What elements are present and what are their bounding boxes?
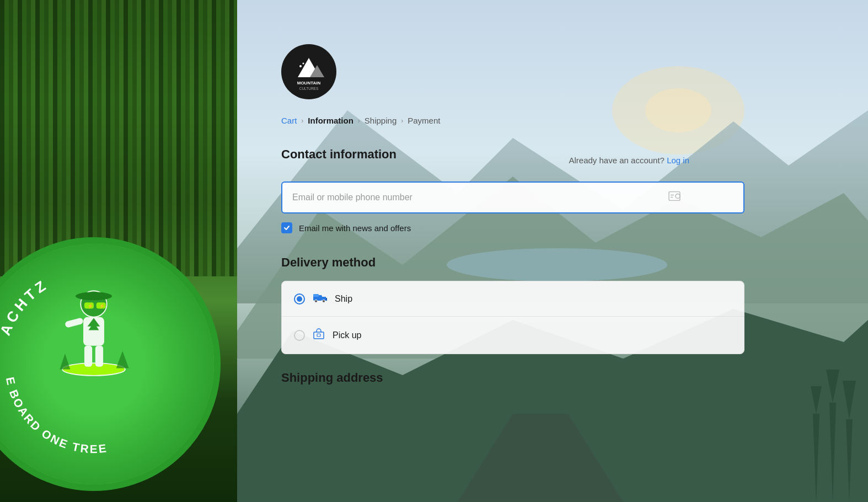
sticker-inner: ACHTZ E BOARD ONE TREE [0, 244, 214, 484]
svg-marker-16 [116, 351, 129, 368]
svg-rect-48 [317, 334, 320, 337]
breadcrumb: Cart › Information › Shipping › Payment [281, 116, 689, 125]
chevron-icon-2: › [358, 117, 360, 125]
sticker-container: ACHTZ E BOARD ONE TREE [0, 237, 232, 502]
delivery-option-ship[interactable]: Ship [282, 281, 744, 317]
svg-rect-47 [314, 332, 324, 339]
svg-point-33 [299, 65, 302, 67]
svg-text:⚡: ⚡ [87, 303, 94, 309]
svg-text:ACHTZ: ACHTZ [0, 276, 51, 338]
already-account-text: Already have an account? Log in [569, 156, 690, 165]
email-input-wrapper [281, 181, 689, 213]
svg-point-44 [315, 300, 318, 303]
svg-rect-46 [313, 294, 319, 297]
delivery-heading: Delivery method [281, 255, 689, 270]
breadcrumb-payment: Payment [408, 116, 440, 125]
newsletter-row: Email me with news and offers [281, 222, 689, 233]
delivery-ship-label: Ship [335, 294, 352, 304]
svg-text:CULTURES: CULTURES [299, 87, 319, 90]
svg-text:E BOARD ONE TREE: E BOARD ONE TREE [4, 376, 109, 455]
logo-container[interactable]: MOUNTAIN CULTURES [281, 44, 336, 99]
ship-icon [313, 292, 327, 305]
contact-header-row: Contact information Already have an acco… [281, 147, 689, 173]
right-panel: MOUNTAIN CULTURES Cart › Information › S… [237, 0, 868, 502]
breadcrumb-information: Information [308, 116, 353, 125]
already-account-label: Already have an account? [569, 156, 665, 165]
svg-text:MOUNTAIN: MOUNTAIN [297, 81, 321, 86]
breadcrumb-shipping: Shipping [365, 116, 397, 125]
check-icon [283, 225, 290, 231]
radio-ship[interactable] [294, 293, 305, 305]
svg-point-10 [62, 363, 125, 376]
shipping-address-heading: Shipping address [281, 371, 689, 385]
chevron-icon-1: › [301, 117, 303, 125]
svg-marker-15 [60, 354, 70, 369]
delivery-pickup-label: Pick up [333, 330, 361, 340]
svg-rect-12 [95, 346, 103, 367]
checkout-content: MOUNTAIN CULTURES Cart › Information › S… [237, 0, 733, 407]
left-panel: ACHTZ E BOARD ONE TREE [0, 0, 237, 502]
svg-rect-9 [65, 317, 84, 328]
delivery-options-list: Ship Pick up [281, 281, 744, 354]
forest-overlay [0, 0, 237, 276]
svg-point-34 [303, 63, 304, 65]
svg-point-45 [323, 300, 325, 303]
delivery-option-pickup[interactable]: Pick up [282, 317, 744, 354]
contact-heading: Contact information [281, 147, 397, 162]
newsletter-label[interactable]: Email me with news and offers [299, 223, 411, 233]
contact-card-icon [668, 191, 681, 204]
svg-rect-11 [84, 346, 92, 367]
sticker-text-svg: ACHTZ E BOARD ONE TREE [0, 244, 214, 484]
breadcrumb-cart[interactable]: Cart [281, 116, 297, 125]
logo-svg: MOUNTAIN CULTURES [287, 50, 331, 94]
logo-circle: MOUNTAIN CULTURES [281, 44, 336, 99]
svg-text:⚡: ⚡ [99, 303, 105, 309]
svg-marker-43 [326, 298, 327, 301]
chevron-icon-3: › [401, 117, 403, 125]
radio-pickup[interactable] [294, 330, 305, 341]
log-in-link[interactable]: Log in [667, 156, 689, 165]
pickup-icon [313, 328, 325, 343]
newsletter-checkbox[interactable] [281, 222, 292, 233]
svg-point-40 [676, 194, 680, 199]
svg-point-3 [76, 292, 112, 300]
delivery-section: Delivery method [281, 255, 689, 354]
sticker-circle: ACHTZ E BOARD ONE TREE [0, 237, 221, 491]
svg-rect-37 [669, 192, 680, 201]
